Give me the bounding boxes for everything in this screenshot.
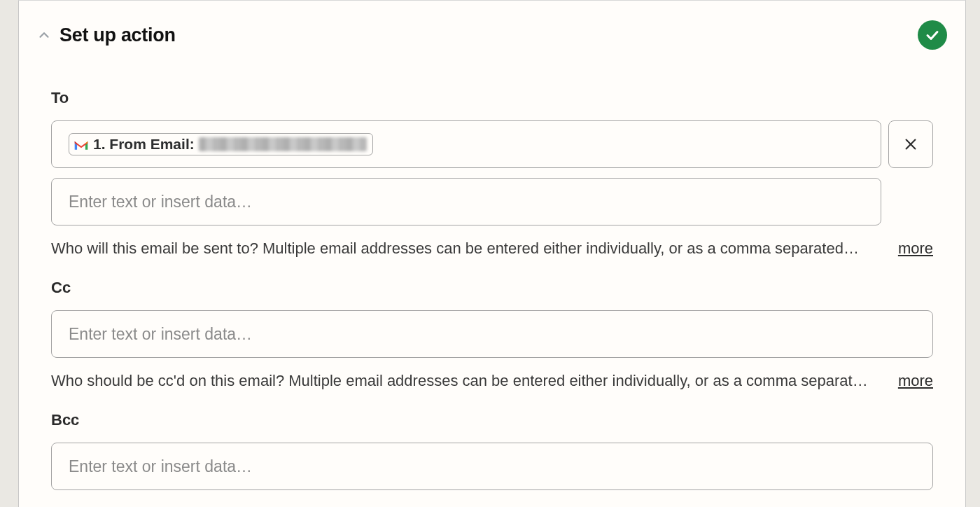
to-input[interactable] (51, 178, 881, 225)
status-complete-icon (918, 20, 947, 50)
to-pill-container[interactable]: 1. From Email: (51, 120, 881, 168)
action-setup-panel: Set up action To (18, 0, 966, 507)
field-to: To 1. From Email: (51, 89, 933, 258)
to-pill[interactable]: 1. From Email: (69, 133, 373, 155)
section-header: Set up action (19, 1, 965, 50)
pill-redacted-value (199, 137, 367, 151)
field-cc: Cc Who should be cc'd on this email? Mul… (51, 279, 933, 390)
to-clear-button[interactable] (888, 120, 933, 168)
bcc-helper-text: Who should be bcc'd on this email? Multi… (51, 504, 880, 507)
bcc-more-link[interactable]: more (898, 504, 933, 507)
pill-prefix: 1. From Email: (93, 136, 195, 153)
to-helper-text: Who will this email be sent to? Multiple… (51, 239, 880, 258)
gmail-icon (74, 138, 89, 151)
to-label: To (51, 89, 933, 107)
bcc-input[interactable] (51, 443, 933, 490)
cc-input[interactable] (51, 310, 933, 358)
cc-label: Cc (51, 279, 933, 297)
bcc-label: Bcc (51, 411, 933, 429)
collapse-chevron-icon[interactable] (36, 27, 52, 43)
section-title: Set up action (59, 25, 176, 46)
cc-more-link[interactable]: more (898, 372, 933, 390)
field-bcc: Bcc Who should be bcc'd on this email? M… (51, 411, 933, 507)
fields-container: To 1. From Email: (19, 50, 965, 507)
cc-helper-text: Who should be cc'd on this email? Multip… (51, 372, 880, 390)
to-more-link[interactable]: more (898, 239, 933, 258)
